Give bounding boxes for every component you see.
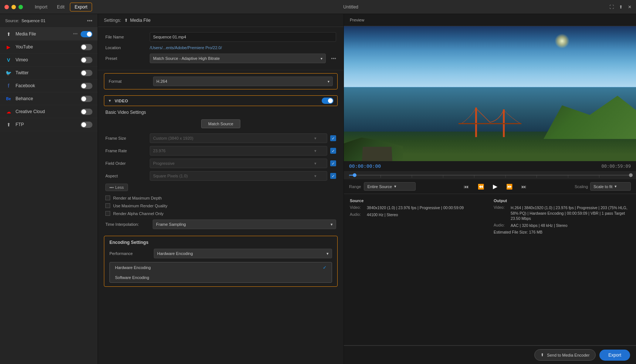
time-interp-select[interactable]: Frame Sampling ▾: [153, 220, 336, 229]
frame-size-select[interactable]: Custom (3840 x 1920) ▾: [150, 133, 327, 143]
frame-size-label: Frame Size: [105, 136, 150, 140]
frame-size-row: Frame Size Custom (3840 x 1920) ▾: [105, 133, 336, 143]
field-order-check[interactable]: [330, 160, 336, 166]
format-select[interactable]: H.264 ▾: [153, 76, 333, 86]
media-file-label: Media File: [16, 31, 73, 37]
ftp-icon: ⬆: [5, 121, 12, 128]
creative-cloud-toggle[interactable]: [81, 109, 92, 115]
field-order-select[interactable]: Progressive ▾: [150, 159, 327, 168]
file-name-input[interactable]: [150, 32, 336, 42]
go-end-button[interactable]: ⏭: [520, 182, 528, 191]
output-audio-key: Audio:: [494, 223, 511, 228]
nav-edit[interactable]: Edit: [53, 3, 69, 11]
performance-label: Performance: [109, 251, 154, 256]
behance-toggle[interactable]: [81, 96, 92, 102]
time-interp-label: Time Interpolation:: [105, 222, 150, 227]
svg-rect-0: [475, 108, 477, 137]
timeline-track-container: || || || || ||: [349, 174, 631, 176]
location-row: Location /Users/...ents/Adobe/Premiere P…: [105, 45, 336, 50]
dropdown-hardware-encoding[interactable]: Hardware Encoding ✓: [110, 262, 332, 273]
source-title: Source: [350, 198, 486, 203]
location-link[interactable]: /Users/...ents/Adobe/Premiere Pro/22.0/: [150, 45, 222, 50]
fullscreen-icon[interactable]: ⛶: [609, 4, 614, 10]
format-chevron: ▾: [328, 79, 329, 84]
sidebar-item-media-file[interactable]: ⬆ Media File •••: [0, 28, 98, 41]
frame-rate-row: Frame Rate 23.976 ▾: [105, 146, 336, 156]
performance-value: Hardware Encoding: [157, 251, 193, 256]
frame-rate-value: 23.976: [153, 149, 166, 153]
range-label: Range: [349, 184, 361, 189]
sidebar-item-ftp[interactable]: ⬆ FTP: [0, 118, 98, 131]
match-source-button[interactable]: Match Source: [201, 119, 240, 128]
source-video-key: Video:: [350, 205, 367, 211]
aspect-check[interactable]: [330, 173, 336, 179]
frame-rate-check[interactable]: [330, 148, 336, 154]
time-interpolation-row: Time Interpolation: Frame Sampling ▾: [105, 220, 336, 229]
sidebar-item-vimeo[interactable]: V Vimeo: [0, 54, 98, 67]
estimated-size: Estimated File Size: 176 MB: [494, 230, 630, 234]
render-alpha-checkbox[interactable]: [105, 211, 110, 216]
source-audio-row: Audio: 44100 Hz | Stereo: [350, 212, 486, 218]
settings-header: Settings: ⬆ Media File: [98, 14, 344, 27]
video-section-header[interactable]: ▼ VIDEO: [104, 95, 338, 106]
frame-size-check[interactable]: [330, 135, 336, 141]
sidebar-item-behance[interactable]: Be Behance: [0, 92, 98, 105]
play-button[interactable]: ▶: [491, 181, 499, 191]
nav-export[interactable]: Export: [70, 3, 92, 11]
nav-menu: Import Edit Export: [30, 3, 92, 11]
sidebar-item-youtube[interactable]: ▶ YouTube: [0, 41, 98, 54]
send-to-media-encoder-button[interactable]: ⬆ Send to Media Encoder: [534, 349, 596, 361]
video-section-label: VIDEO: [115, 99, 322, 103]
sidebar-item-twitter[interactable]: 🐦 Twitter: [0, 67, 98, 79]
software-encoding-option: Software Encoding: [115, 275, 149, 280]
vimeo-label: Vimeo: [16, 57, 81, 62]
frame-rate-select[interactable]: 23.976 ▾: [150, 146, 327, 156]
dropdown-software-encoding[interactable]: Software Encoding: [110, 273, 332, 282]
minimize-btn[interactable]: [11, 5, 16, 9]
sidebar-more-btn[interactable]: •••: [87, 18, 92, 24]
aspect-select[interactable]: Square Pixels (1.0) ▾: [150, 171, 327, 181]
scaling-select[interactable]: Scale to fit ▾: [590, 182, 631, 191]
output-video-value: H.264 | 3840x1920 (1.0) | 23.976 fps | P…: [511, 205, 630, 221]
location-label: Location: [105, 45, 150, 50]
frame-size-chevron: ▾: [314, 136, 317, 141]
preset-more-btn[interactable]: •••: [331, 56, 336, 61]
media-file-more[interactable]: •••: [73, 31, 78, 37]
performance-chevron: ▾: [327, 251, 329, 256]
sidebar-item-creative-cloud[interactable]: ☁ Creative Cloud: [0, 105, 98, 118]
video-section-toggle[interactable]: [322, 98, 334, 104]
sidebar-header: Source: Sequence 01 •••: [0, 14, 98, 28]
facebook-toggle[interactable]: [81, 83, 92, 89]
less-button[interactable]: ••• Less: [105, 184, 128, 191]
source-audio-value: 44100 Hz | Stereo: [367, 212, 486, 218]
creative-cloud-icon: ☁: [5, 108, 12, 115]
max-render-quality-checkbox[interactable]: [105, 203, 110, 208]
vimeo-toggle[interactable]: [81, 57, 92, 63]
timeline-bar[interactable]: || || || || ||: [344, 171, 636, 179]
preset-select[interactable]: Match Source - Adaptive High Bitrate ▾: [150, 54, 326, 63]
dots-icon: •••: [109, 185, 114, 190]
twitter-toggle[interactable]: [81, 70, 92, 76]
frame-rate-wrap: 23.976 ▾: [150, 146, 327, 156]
bottom-bar: ⬆ Send to Media Encoder Export: [344, 346, 636, 364]
close-btn[interactable]: [4, 5, 9, 9]
media-file-toggle[interactable]: [81, 31, 92, 37]
go-start-button[interactable]: ⏮: [462, 182, 470, 191]
export-button[interactable]: Export: [599, 350, 630, 361]
sidebar-item-facebook[interactable]: f Facebook: [0, 79, 98, 92]
range-select[interactable]: Entire Source ▾: [364, 182, 416, 191]
render-max-depth-checkbox[interactable]: [105, 195, 110, 200]
step-forward-button[interactable]: ⏩: [505, 182, 514, 191]
format-section: Format H.264 ▾: [104, 73, 338, 89]
maximize-btn[interactable]: [18, 5, 23, 9]
youtube-toggle[interactable]: [81, 44, 92, 50]
share-icon[interactable]: ⬆: [619, 4, 623, 10]
ftp-toggle[interactable]: [81, 122, 92, 128]
nav-import[interactable]: Import: [30, 3, 52, 11]
step-back-button[interactable]: ⏪: [476, 182, 486, 191]
facebook-icon: f: [5, 82, 12, 89]
performance-select[interactable]: Hardware Encoding ▾: [154, 249, 332, 258]
field-order-chevron: ▾: [314, 161, 317, 166]
twitter-label: Twitter: [16, 70, 81, 75]
more-icon[interactable]: ✕: [628, 4, 632, 10]
